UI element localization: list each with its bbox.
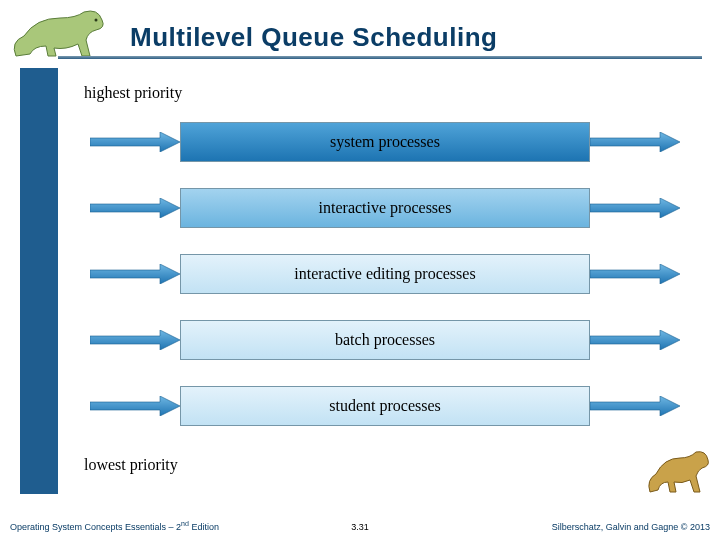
svg-marker-2 bbox=[590, 132, 680, 152]
queue-row: interactive editing processes bbox=[90, 254, 680, 294]
label-highest-priority: highest priority bbox=[84, 84, 182, 102]
queue-box: interactive editing processes bbox=[180, 254, 590, 294]
slide-body: highest priority system processesinterac… bbox=[70, 78, 690, 480]
svg-marker-1 bbox=[90, 132, 180, 152]
svg-marker-4 bbox=[590, 198, 680, 218]
footer-page-number: 3.31 bbox=[320, 522, 400, 532]
arrow-out-icon bbox=[590, 330, 680, 350]
left-sidebar-strip bbox=[20, 68, 58, 494]
slide-title: Multilevel Queue Scheduling bbox=[130, 22, 497, 53]
arrow-in-icon bbox=[90, 198, 180, 218]
arrow-out-icon bbox=[590, 198, 680, 218]
title-underline bbox=[58, 56, 702, 59]
svg-marker-10 bbox=[590, 396, 680, 416]
svg-marker-3 bbox=[90, 198, 180, 218]
arrow-in-icon bbox=[90, 396, 180, 416]
svg-marker-8 bbox=[590, 330, 680, 350]
arrow-in-icon bbox=[90, 132, 180, 152]
slide-header: Multilevel Queue Scheduling bbox=[0, 0, 720, 68]
slide-footer: Operating System Concepts Essentials – 2… bbox=[0, 498, 720, 540]
queue-box: interactive processes bbox=[180, 188, 590, 228]
arrow-in-icon bbox=[90, 264, 180, 284]
dinosaur-icon bbox=[644, 448, 714, 496]
queue-box: batch processes bbox=[180, 320, 590, 360]
queue-row: batch processes bbox=[90, 320, 680, 360]
queue-row: interactive processes bbox=[90, 188, 680, 228]
queue-diagram: system processesinteractive processesint… bbox=[90, 122, 680, 426]
arrow-out-icon bbox=[590, 264, 680, 284]
queue-box: student processes bbox=[180, 386, 590, 426]
svg-marker-6 bbox=[590, 264, 680, 284]
queue-box: system processes bbox=[180, 122, 590, 162]
footer-left-suffix: Edition bbox=[189, 522, 219, 532]
arrow-out-icon bbox=[590, 396, 680, 416]
footer-left-prefix: Operating System Concepts Essentials – 2 bbox=[10, 522, 181, 532]
footer-left-sup: nd bbox=[181, 520, 189, 527]
arrow-in-icon bbox=[90, 330, 180, 350]
slide: Multilevel Queue Scheduling highest prio… bbox=[0, 0, 720, 540]
arrow-out-icon bbox=[590, 132, 680, 152]
svg-marker-9 bbox=[90, 396, 180, 416]
label-lowest-priority: lowest priority bbox=[84, 456, 178, 474]
queue-row: system processes bbox=[90, 122, 680, 162]
svg-marker-7 bbox=[90, 330, 180, 350]
footer-left: Operating System Concepts Essentials – 2… bbox=[10, 520, 320, 532]
footer-right: Silberschatz, Galvin and Gagne © 2013 bbox=[400, 522, 710, 532]
queue-row: student processes bbox=[90, 386, 680, 426]
svg-marker-5 bbox=[90, 264, 180, 284]
